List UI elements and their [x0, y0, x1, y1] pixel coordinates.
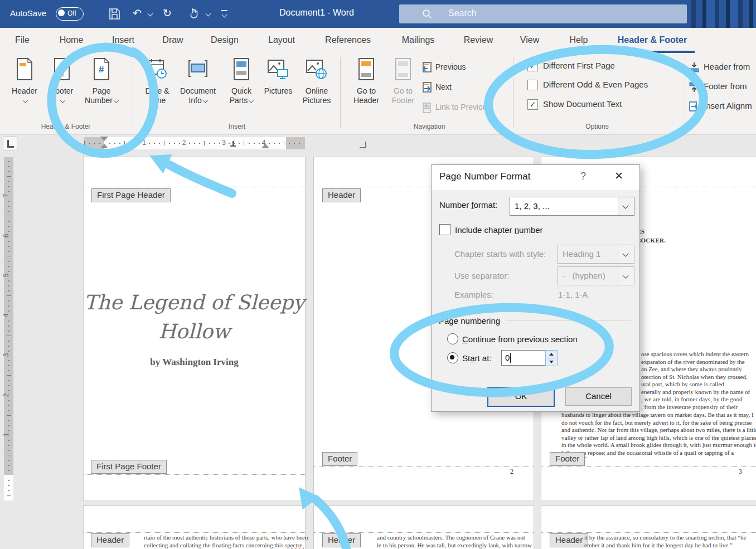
ruler-tick — [7, 495, 11, 495]
pictures-button[interactable]: Pictures — [259, 57, 298, 120]
continue-radio[interactable] — [447, 333, 458, 344]
examples-label: Examples: — [454, 290, 493, 299]
include-chapter-label: Include chapter number — [455, 225, 543, 235]
body-line-text: collecting and collating the floating fa… — [144, 542, 285, 548]
ruler-tick — [209, 143, 210, 144]
autosave-label: AutoSave — [10, 8, 46, 18]
close-icon[interactable]: ✕ — [611, 169, 627, 182]
body-line: rtain of the most authentic historians o… — [144, 534, 308, 541]
tab-selector[interactable] — [3, 137, 17, 151]
link-to-previous-icon — [421, 101, 433, 114]
ribbon: Header Footer # PageNumber Header & Foot… — [0, 53, 756, 135]
page-4[interactable]: Header rtain of the most authentic histo… — [84, 506, 305, 549]
tab-insert[interactable]: Insert — [112, 35, 134, 45]
ruler-tick — [8, 246, 9, 247]
ruler-tick — [194, 143, 195, 144]
online-pictures-button[interactable]: OnlinePictures — [297, 57, 336, 120]
page-6[interactable]: Header it by the assurance, so consolato… — [541, 506, 756, 549]
pictures-icon — [266, 57, 290, 81]
touch-mouse-mode-icon[interactable] — [188, 7, 201, 20]
quick-parts-button[interactable]: QuickParts — [222, 57, 261, 120]
body-line: ose spacious coves which indent the east… — [641, 351, 749, 357]
continue-radio-label[interactable]: Continue from previous section — [462, 334, 578, 344]
online-pictures-label-1: Online — [306, 86, 328, 95]
body-line: do not vouch for the fact, but merely ad… — [561, 419, 752, 426]
ruler-tick — [8, 171, 9, 172]
right-indent-marker[interactable] — [261, 144, 269, 148]
header-boundary-line — [84, 187, 305, 187]
document-info-button[interactable]: DocumentInfo — [178, 57, 217, 120]
tab-mailings[interactable]: Mailings — [402, 35, 435, 45]
customize-qat-chevron-icon[interactable] — [222, 12, 227, 18]
ruler-tick — [269, 143, 270, 144]
ruler-tick — [204, 141, 205, 145]
help-icon[interactable]: ? — [576, 171, 590, 182]
checkbox-label: Show Document Text — [543, 99, 622, 109]
tab-review[interactable]: Review — [464, 35, 493, 45]
ruler-tick — [8, 231, 9, 232]
hanging-indent-marker[interactable] — [100, 144, 108, 148]
page-numbering-section-label: Page numbering — [439, 316, 500, 325]
undo-dropdown-icon[interactable] — [148, 11, 153, 17]
ruler-tick — [84, 141, 85, 145]
cancel-button[interactable]: Cancel — [565, 387, 632, 406]
tab-selector-icon — [7, 140, 14, 148]
dialog-title-bar[interactable]: Page Number Format ? ✕ — [432, 165, 639, 190]
first-line-indent-marker[interactable] — [100, 137, 108, 141]
arrow-down-icon — [549, 361, 554, 363]
tab-stop-marker[interactable] — [230, 141, 236, 147]
start-at-spinner[interactable] — [545, 350, 556, 366]
ruler-tick — [129, 143, 130, 144]
touch-mode-dropdown-icon[interactable] — [206, 11, 211, 17]
include-chapter-checkbox[interactable] — [439, 224, 450, 235]
spinner-up-button[interactable] — [545, 350, 558, 358]
ruler-number: 7 — [2, 194, 10, 198]
tab-draw[interactable]: Draw — [162, 35, 183, 45]
vertical-ruler[interactable]: 7 6 5 4 3 2 1 — [4, 157, 13, 501]
ribbon-divider — [133, 57, 133, 128]
number-format-select[interactable]: 1, 2, 3, ... — [510, 197, 634, 216]
customize-qat-icon[interactable] — [221, 10, 227, 11]
ruler-tick — [94, 143, 95, 144]
ruler-number: 1 — [2, 433, 10, 437]
footer-button[interactable]: Footer — [42, 57, 81, 120]
start-at-radio-label[interactable]: Start at: — [462, 353, 492, 363]
save-icon[interactable] — [108, 7, 121, 21]
tab-file[interactable]: File — [15, 35, 30, 45]
search-input[interactable]: Search — [399, 4, 687, 23]
ruler-tick — [234, 143, 235, 144]
page-5[interactable]: Header and country schoolmasters. The co… — [314, 506, 534, 549]
tab-header-footer[interactable]: Header & Footer — [618, 35, 687, 45]
online-pictures-icon — [305, 57, 328, 81]
undo-icon[interactable]: ↶ — [133, 7, 142, 20]
tab-home[interactable]: Home — [60, 35, 84, 45]
ruler-tick — [7, 256, 11, 256]
footer-button-label: Footer — [51, 86, 73, 95]
tab-layout[interactable]: Layout — [268, 35, 295, 45]
date-time-button[interactable]: Date &Time — [138, 57, 177, 120]
ruler-tick — [7, 336, 11, 336]
ruler-tick — [8, 430, 9, 431]
spinner-down-button[interactable] — [545, 358, 558, 366]
tab-help[interactable]: Help — [570, 35, 588, 45]
goto-header-button[interactable]: Go toHeader — [347, 57, 386, 120]
dropdown-button[interactable] — [618, 197, 634, 215]
start-at-radio[interactable] — [447, 352, 458, 363]
tab-design[interactable]: Design — [211, 35, 239, 45]
start-at-input[interactable]: 0 — [501, 350, 546, 366]
header-button[interactable]: Header — [5, 57, 44, 120]
autosave-knob — [58, 9, 65, 16]
redo-icon[interactable]: ↻ — [163, 7, 172, 20]
page-number-button[interactable]: # PageNumber — [82, 57, 121, 120]
ribbon-divider — [685, 57, 685, 128]
page-1[interactable]: First Page Header The Legend of Sleepy H… — [84, 157, 305, 501]
horizontal-ruler[interactable]: 1 2 3 4 — [84, 137, 305, 149]
ruler-tick — [244, 141, 244, 145]
ruler-tick — [8, 290, 9, 291]
tab-view[interactable]: View — [520, 35, 539, 45]
tab-references[interactable]: References — [325, 35, 371, 45]
ok-button[interactable]: OK — [487, 387, 555, 407]
body-line: ural port, which by some is called — [641, 381, 724, 387]
left-indent-marker[interactable] — [100, 149, 109, 153]
autosave-toggle[interactable]: Off — [56, 7, 84, 21]
